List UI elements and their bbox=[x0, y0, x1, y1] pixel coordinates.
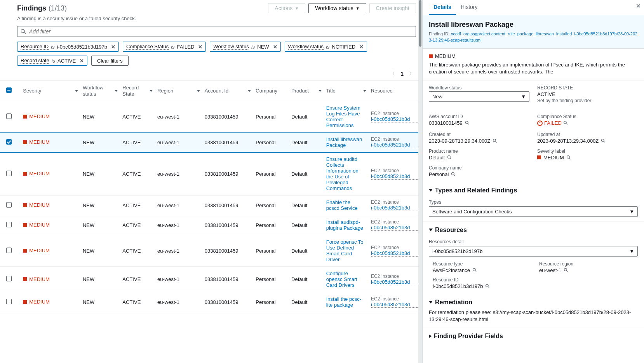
prev-page-button[interactable]: 〈 bbox=[390, 70, 395, 77]
resource-id-link[interactable]: i-0bc05d8521b3d bbox=[371, 173, 419, 180]
cell-record: ACTIVE bbox=[119, 292, 154, 312]
col-region[interactable]: Region bbox=[154, 81, 202, 101]
chip-value: ACTIVE bbox=[57, 58, 76, 64]
finding-title-link[interactable]: Enable the pcscd Service bbox=[326, 199, 358, 211]
finding-id-link[interactable]: xccdf_org.ssgproject.content_rule_packag… bbox=[429, 31, 637, 42]
table-row[interactable]: MEDIUM NEW ACTIVE eu-west-1 033810001459… bbox=[0, 267, 422, 292]
filter-chip[interactable]: Record state is ACTIVE✕ bbox=[17, 56, 87, 66]
col-record-state[interactable]: Record State bbox=[119, 81, 154, 101]
col-company[interactable]: Company bbox=[252, 81, 288, 101]
actions-button[interactable]: Actions▼ bbox=[268, 3, 305, 13]
resource-id-link[interactable]: i-0bc05d8521b3d bbox=[371, 250, 419, 257]
magnifier-icon[interactable] bbox=[465, 120, 470, 126]
chip-remove-icon[interactable]: ✕ bbox=[80, 58, 84, 64]
chip-remove-icon[interactable]: ✕ bbox=[273, 44, 277, 50]
chip-field: Workflow status bbox=[288, 44, 324, 50]
next-page-button[interactable]: 〉 bbox=[409, 70, 414, 77]
col-product[interactable]: Product bbox=[288, 81, 323, 101]
created-value: 2023-09-28T13:29:34.000Z bbox=[429, 138, 490, 144]
select-all-checkbox[interactable] bbox=[6, 87, 12, 93]
resource-region-label: Resource region bbox=[539, 261, 638, 267]
filter-input-container[interactable] bbox=[17, 26, 416, 37]
table-row[interactable]: MEDIUM NEW ACTIVE eu-west-1 033810001459… bbox=[0, 215, 422, 235]
finding-title-link[interactable]: Install the pcsc-lite package bbox=[326, 296, 361, 308]
resource-id-link[interactable]: i-0bc05d8521b3d bbox=[371, 279, 419, 285]
triangle-down-icon bbox=[429, 301, 433, 304]
resource-type: EC2 Instance bbox=[371, 219, 419, 225]
cell-region: eu-west-1 bbox=[154, 292, 202, 312]
resource-id-link[interactable]: i-0bc05d8521b3d bbox=[371, 225, 419, 231]
finding-title-link[interactable]: Force opensc To Use Defined Smart Card D… bbox=[326, 239, 364, 262]
table-row[interactable]: MEDIUM NEW ACTIVE eu-west-1 033810001459… bbox=[0, 195, 422, 215]
chip-remove-icon[interactable]: ✕ bbox=[198, 44, 202, 50]
row-checkbox[interactable] bbox=[6, 222, 12, 227]
close-icon[interactable]: ✕ bbox=[636, 2, 641, 10]
resource-id-link[interactable]: i-0bc05d8521b3d bbox=[371, 116, 419, 122]
row-checkbox[interactable] bbox=[6, 299, 12, 304]
resource-type-label: Resource type bbox=[433, 261, 531, 267]
failed-icon bbox=[537, 120, 543, 126]
resource-id-link[interactable]: i-0bc05d8521b3d bbox=[371, 205, 419, 211]
magnifier-icon[interactable] bbox=[563, 120, 568, 126]
table-row[interactable]: MEDIUM NEW ACTIVE eu-west-1 033810001459… bbox=[0, 133, 422, 152]
finding-title-link[interactable]: Install libreswan Package bbox=[326, 136, 362, 148]
workflow-status-label: Workflow status bbox=[429, 85, 529, 91]
row-checkbox[interactable] bbox=[6, 248, 12, 253]
magnifier-icon[interactable] bbox=[472, 268, 477, 273]
finding-title-link[interactable]: Ensure System Log Files Have Correct Per… bbox=[326, 105, 360, 128]
filter-chip[interactable]: Workflow status is NEW✕ bbox=[210, 42, 280, 52]
magnifier-icon[interactable] bbox=[564, 268, 569, 273]
finding-title-link[interactable]: Ensure auditd Collects Information on th… bbox=[326, 156, 359, 191]
resources-detail-select[interactable]: i-0bc05d8521b3d197b ▼ bbox=[429, 246, 638, 257]
row-checkbox[interactable] bbox=[6, 171, 12, 176]
row-checkbox[interactable] bbox=[6, 139, 12, 145]
col-account[interactable]: Account Id bbox=[202, 81, 253, 101]
finding-title-link[interactable]: Configure opensc Smart Card Drivers bbox=[326, 271, 357, 288]
workflow-status-button[interactable]: Workflow status▼ bbox=[308, 3, 366, 13]
cell-account: 033810001459 bbox=[202, 267, 253, 292]
tab-history[interactable]: History bbox=[456, 0, 482, 15]
magnifier-icon[interactable] bbox=[485, 284, 490, 289]
filter-chip[interactable]: Compliance Status is FAILED✕ bbox=[123, 42, 206, 52]
chip-field: Record state bbox=[21, 58, 49, 64]
row-checkbox[interactable] bbox=[6, 113, 12, 119]
resource-type: EC2 Instance bbox=[371, 199, 419, 205]
magnifier-icon[interactable] bbox=[447, 155, 452, 160]
filter-chip[interactable]: Workflow status is NOTIFIED✕ bbox=[285, 42, 367, 52]
col-title[interactable]: Title bbox=[323, 81, 368, 101]
svg-point-12 bbox=[567, 156, 569, 159]
resources-section-toggle[interactable]: Resources bbox=[429, 227, 638, 234]
severity-square-icon bbox=[23, 115, 27, 119]
magnifier-icon[interactable] bbox=[566, 155, 571, 160]
resource-id-link[interactable]: i-0bc05d8521b3d bbox=[371, 302, 419, 308]
types-select[interactable]: Software and Configuration Checks ▼ bbox=[429, 206, 638, 217]
row-checkbox[interactable] bbox=[6, 202, 12, 208]
provider-section-toggle[interactable]: Finding Provider Fields bbox=[429, 333, 638, 340]
col-severity[interactable]: Severity bbox=[20, 81, 80, 101]
workflow-status-select[interactable]: New ▼ bbox=[429, 91, 529, 102]
resource-id-label: Resource ID bbox=[433, 277, 531, 283]
magnifier-icon[interactable] bbox=[493, 138, 498, 143]
chip-remove-icon[interactable]: ✕ bbox=[359, 44, 364, 50]
table-row[interactable]: MEDIUM NEW ACTIVE eu-west-1 033810001459… bbox=[0, 292, 422, 312]
table-row[interactable]: MEDIUM NEW ACTIVE eu-west-1 033810001459… bbox=[0, 101, 422, 133]
table-row[interactable]: MEDIUM NEW ACTIVE eu-west-1 033810001459… bbox=[0, 152, 422, 195]
create-insight-button[interactable]: Create insight bbox=[369, 3, 416, 13]
types-section-toggle[interactable]: Types and Related Findings bbox=[429, 187, 638, 194]
table-row[interactable]: MEDIUM NEW ACTIVE eu-west-1 033810001459… bbox=[0, 235, 422, 267]
filter-chip[interactable]: Resource ID is i-0bc05d8521b3d197b✕ bbox=[17, 42, 119, 52]
magnifier-icon[interactable] bbox=[601, 138, 606, 143]
finding-title-link[interactable]: Install audispd-plugins Package bbox=[326, 219, 363, 231]
resource-id-link[interactable]: i-0bc05d8521b3d bbox=[371, 142, 419, 148]
remediation-section-toggle[interactable]: Remediation bbox=[429, 299, 638, 306]
chip-remove-icon[interactable]: ✕ bbox=[111, 44, 115, 50]
magnifier-icon[interactable] bbox=[451, 172, 456, 177]
svg-line-19 bbox=[566, 271, 567, 272]
svg-point-2 bbox=[465, 121, 468, 124]
clear-filters-button[interactable]: Clear filters bbox=[91, 56, 129, 66]
col-resource[interactable]: Resource bbox=[368, 81, 422, 101]
tab-details[interactable]: Details bbox=[429, 0, 456, 15]
col-workflow[interactable]: Workflow status bbox=[80, 81, 119, 101]
filter-input[interactable] bbox=[29, 28, 413, 35]
row-checkbox[interactable] bbox=[6, 276, 12, 281]
